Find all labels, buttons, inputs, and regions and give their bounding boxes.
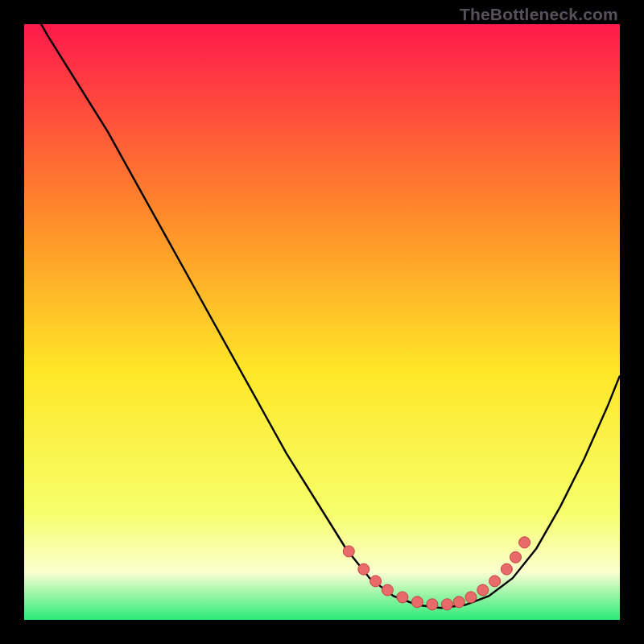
curve-marker [510,551,522,563]
curve-marker [453,597,464,608]
curve-marker [465,592,477,603]
gradient-background [24,24,620,620]
curve-marker [370,576,382,587]
watermark-label: TheBottleneck.com [460,5,618,24]
curve-marker [441,599,452,610]
curve-marker [358,564,369,575]
curve-marker [427,599,438,610]
curve-marker [397,592,408,603]
curve-marker [477,584,489,596]
curve-marker [501,564,512,575]
curve-marker [519,537,530,548]
curve-marker [411,597,423,608]
curve-marker [343,546,354,557]
chart-frame [24,24,620,620]
bottleneck-plot [24,24,620,620]
curve-marker [489,576,501,587]
curve-marker [382,584,393,596]
